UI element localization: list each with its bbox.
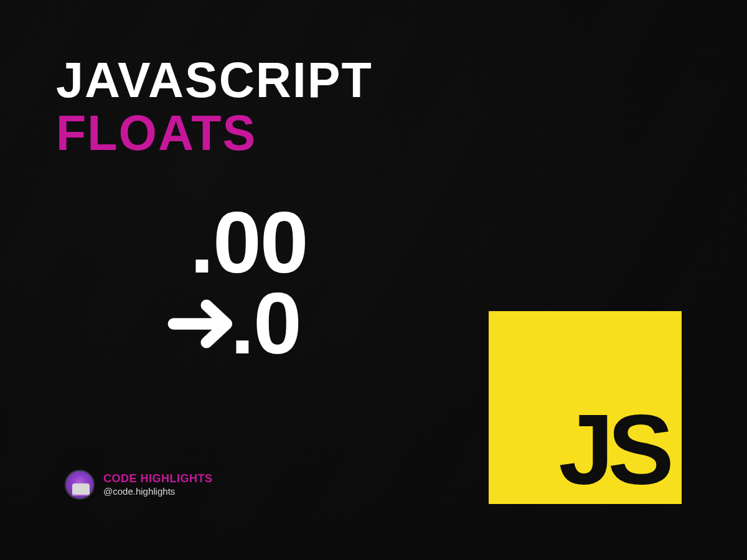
content-area: JAVASCRIPT FLOATS .00 .0 JS CODE HIGHLIG… [0, 0, 747, 560]
title-line-1: JAVASCRIPT [56, 55, 373, 106]
title-block: JAVASCRIPT FLOATS [56, 55, 373, 159]
arrow-line: .0 [190, 280, 308, 367]
original-value: .00 [190, 199, 308, 286]
js-logo: JS [489, 311, 682, 504]
avatar [65, 470, 95, 500]
js-logo-text: JS [558, 399, 668, 499]
arrow-right-icon [165, 288, 237, 360]
brand-text: CODE HIGHLIGHTS @code.highlights [103, 472, 213, 497]
center-graphic: .00 .0 [190, 199, 308, 367]
truncated-value: .0 [230, 280, 301, 367]
brand-name: CODE HIGHLIGHTS [103, 472, 213, 486]
footer-brand: CODE HIGHLIGHTS @code.highlights [65, 470, 213, 500]
title-line-2: FLOATS [56, 106, 373, 159]
brand-handle: @code.highlights [103, 486, 213, 497]
